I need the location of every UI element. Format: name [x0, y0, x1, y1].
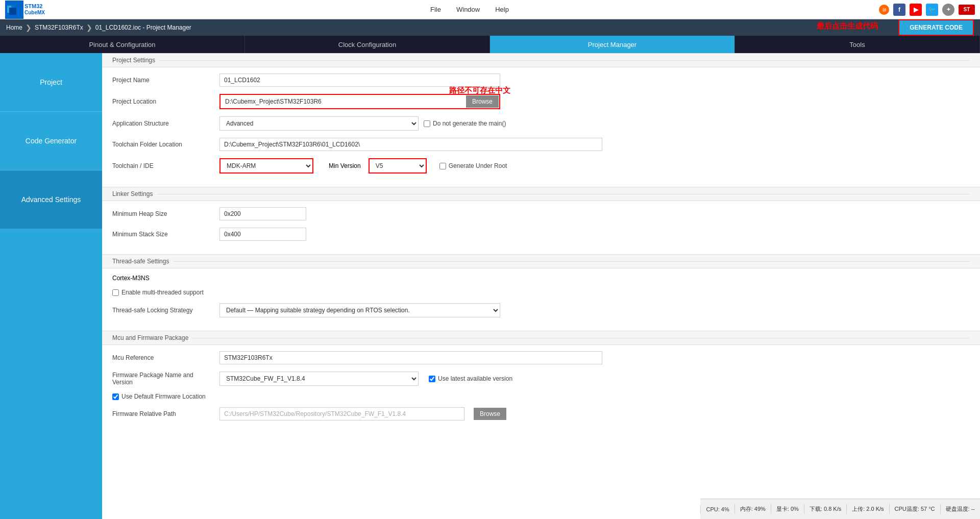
- thread-safe-header: Thread-safe Settings: [102, 254, 980, 268]
- min-stack-label: Minimum Stack Size: [112, 231, 214, 238]
- app-structure-select[interactable]: Advanced: [219, 116, 419, 131]
- enable-mt-label: Enable multi-threaded support: [112, 289, 204, 296]
- svg-rect-2: [9, 8, 16, 15]
- use-default-fw-row: Use Default Firmware Location: [112, 393, 970, 400]
- status-bar: CPU: 4% 内存: 49% 显卡: 0% 下载: 0.8 K/s 上传: 2…: [700, 499, 980, 519]
- tab-clock[interactable]: Clock Configuration: [245, 36, 490, 53]
- facebook-icon[interactable]: f: [893, 4, 905, 16]
- mcu-reference-label: Mcu Reference: [112, 354, 214, 361]
- project-location-row: Project Location Browse: [112, 94, 970, 109]
- breadcrumb-project[interactable]: 01_LCD1602.ioc - Project Manager: [95, 24, 191, 31]
- toolchain-folder-row: Toolchain Folder Location: [112, 138, 970, 151]
- firmware-pkg-label: Firmware Package Name and Version: [112, 372, 214, 386]
- min-version-label: Min Version: [329, 162, 361, 169]
- sidebar-item-project[interactable]: Project: [0, 53, 102, 112]
- fw-relative-path-label: Firmware Relative Path: [112, 410, 214, 417]
- mcu-reference-row: Mcu Reference: [112, 351, 970, 364]
- logo-cube: [5, 1, 23, 19]
- cortex-row: Cortex-M3NS: [112, 275, 970, 282]
- firmware-pkg-row: Firmware Package Name and Version STM32C…: [112, 372, 970, 386]
- linker-settings-form: Minimum Heap Size Minimum Stack Size: [102, 201, 980, 254]
- toolchain-ide-row: Toolchain / IDE MDK-ARM Min Version V5: [112, 158, 970, 174]
- generate-code-button[interactable]: GENERATE CODE: [898, 19, 974, 36]
- toolchain-folder-input[interactable]: [219, 138, 602, 151]
- mcu-firmware-form: Mcu Reference Firmware Package Name and …: [102, 345, 980, 434]
- sidebar-item-advanced-settings[interactable]: Advanced Settings: [0, 170, 102, 229]
- project-settings-form: Project Name Project Location Browse 路径不…: [102, 67, 980, 187]
- locking-strategy-label: Thread-safe Locking Strategy: [112, 307, 214, 314]
- tab-pinout[interactable]: Pinout & Configuration: [0, 36, 245, 53]
- twitter-icon[interactable]: 🐦: [926, 4, 938, 16]
- mcu-reference-input[interactable]: [219, 351, 602, 364]
- project-settings-header: Project Settings: [102, 53, 980, 67]
- firmware-pkg-select[interactable]: STM32Cube_FW_F1_V1.8.4: [219, 372, 419, 386]
- main-layout: Project Code Generator Advanced Settings…: [0, 53, 980, 519]
- breadcrumb-home[interactable]: Home: [6, 24, 22, 31]
- tab-bar: Pinout & Configuration Clock Configurati…: [0, 36, 980, 53]
- network-icon[interactable]: ✦: [942, 4, 954, 16]
- cpu-status: CPU: 4%: [700, 505, 734, 513]
- locking-strategy-select[interactable]: Default — Mapping suitable strategy depe…: [219, 303, 500, 317]
- project-location-container: Browse: [219, 94, 500, 109]
- sidebar: Project Code Generator Advanced Settings: [0, 53, 102, 519]
- mcu-firmware-header: Mcu and Firmware Package: [102, 331, 980, 345]
- logo-text: STM32 CubeMX: [24, 3, 45, 16]
- project-location-label: Project Location: [112, 98, 214, 105]
- use-latest-label: Use latest available version: [429, 375, 512, 382]
- min-heap-label: Minimum Heap Size: [112, 210, 214, 217]
- tab-tools[interactable]: Tools: [735, 36, 980, 53]
- fw-relative-path-input[interactable]: [219, 407, 464, 421]
- project-name-label: Project Name: [112, 77, 214, 84]
- notification-badge[interactable]: ⑩: [879, 5, 889, 15]
- enable-mt-checkbox[interactable]: [112, 289, 119, 296]
- gpu-status: 显卡: 0%: [771, 504, 804, 514]
- app-structure-label: Application Structure: [112, 120, 214, 127]
- toolchain-folder-label: Toolchain Folder Location: [112, 141, 214, 148]
- fw-relative-path-row: Firmware Relative Path Browse: [112, 407, 970, 421]
- upload-status: 上传: 2.0 K/s: [846, 504, 889, 514]
- do-not-generate-label: Do not generate the main(): [424, 120, 506, 127]
- app-structure-row: Application Structure Advanced Do not ge…: [112, 116, 970, 131]
- min-version-select[interactable]: V5: [370, 159, 426, 172]
- do-not-generate-checkbox[interactable]: [424, 120, 430, 127]
- breadcrumb-sep2: ❯: [86, 23, 92, 32]
- memory-status: 内存: 49%: [734, 504, 771, 514]
- enable-mt-row: Enable multi-threaded support: [112, 289, 970, 296]
- titlebar: STM32 CubeMX File Window Help ⑩ f ▶ 🐦 ✦ …: [0, 0, 980, 19]
- menu-help[interactable]: Help: [495, 6, 509, 13]
- menu-window[interactable]: Window: [456, 6, 480, 13]
- locking-strategy-row: Thread-safe Locking Strategy Default — M…: [112, 303, 970, 317]
- project-location-browse-button[interactable]: Browse: [466, 95, 499, 108]
- generate-under-root-label: Generate Under Root: [439, 162, 507, 169]
- annotation-no-chinese: 路径不可存在中文: [449, 86, 510, 95]
- svg-text:⑩: ⑩: [882, 7, 887, 13]
- project-name-row: Project Name: [112, 73, 970, 87]
- min-version-container: V5: [369, 158, 427, 174]
- breadcrumb-sep1: ❯: [26, 23, 32, 32]
- min-stack-row: Minimum Stack Size: [112, 228, 970, 241]
- menu-file[interactable]: File: [430, 6, 441, 13]
- use-latest-checkbox[interactable]: [429, 376, 435, 382]
- cortex-label: Cortex-M3NS: [112, 275, 150, 282]
- min-heap-row: Minimum Heap Size: [112, 207, 970, 220]
- youtube-icon[interactable]: ▶: [910, 4, 922, 16]
- toolchain-ide-select[interactable]: MDK-ARM: [220, 159, 312, 172]
- cpu-temp-status: CPU温度: 57 °C: [889, 504, 940, 514]
- project-location-input[interactable]: [221, 95, 466, 108]
- social-icons: ⑩ f ▶ 🐦 ✦ ST: [879, 4, 975, 16]
- use-default-fw-label: Use Default Firmware Location: [112, 393, 206, 400]
- content-wrapper: Project Settings Project Name Project Lo…: [102, 53, 980, 434]
- download-status: 下载: 0.8 K/s: [804, 504, 846, 514]
- sidebar-item-code-generator[interactable]: Code Generator: [0, 112, 102, 170]
- menu-bar: File Window Help: [60, 6, 879, 13]
- use-default-fw-checkbox[interactable]: [112, 393, 119, 400]
- app-logo: STM32 CubeMX: [5, 1, 45, 19]
- project-name-input[interactable]: [219, 73, 500, 87]
- annotation-generate: 最后点击生成代码: [817, 21, 878, 31]
- min-heap-input[interactable]: [219, 207, 306, 220]
- tab-project-manager[interactable]: Project Manager: [490, 36, 735, 53]
- breadcrumb-chip[interactable]: STM32F103R6Tx: [35, 24, 83, 31]
- fw-browse-button[interactable]: Browse: [474, 408, 506, 420]
- min-stack-input[interactable]: [219, 228, 306, 241]
- generate-under-root-checkbox[interactable]: [439, 163, 446, 169]
